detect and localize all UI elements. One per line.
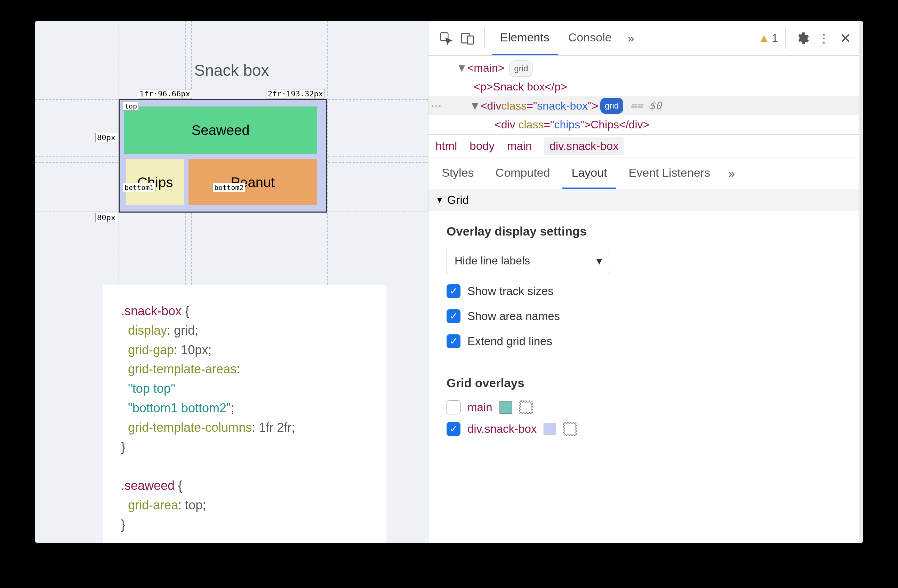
breadcrumb-main[interactable]: main [507, 140, 532, 153]
separator [484, 28, 485, 49]
checkbox-label: Extend grid lines [467, 335, 552, 348]
tab-console[interactable]: Console [560, 21, 620, 55]
grid-badge[interactable]: grid [509, 60, 532, 77]
snack-box-grid[interactable]: Seaweed Chips Peanut [118, 99, 327, 212]
grid-badge-active[interactable]: grid [600, 98, 623, 114]
selected-node-indicator: ⋯ [429, 96, 447, 115]
styles-tabstrip: Styles Computed Layout Event Listeners » [429, 158, 863, 189]
svg-rect-2 [467, 36, 474, 44]
overlay-area-label-top: top [123, 102, 139, 111]
overlay-area-label-bottom1: bottom1 [123, 183, 155, 192]
css-code-block: .snack-box { display: grid; grid-gap: 10… [103, 285, 386, 543]
warning-badge[interactable]: ▲ 1 [758, 31, 778, 45]
cell-peanut: Peanut [189, 159, 317, 205]
checkbox-icon: ✓ [447, 309, 460, 323]
overlay-track-label-row2: 80px [95, 213, 117, 222]
close-icon[interactable]: ✕ [836, 29, 855, 48]
breadcrumb-body[interactable]: body [469, 140, 495, 153]
line-labels-dropdown[interactable]: Hide line labels ▾ [447, 249, 610, 273]
checkbox-show-area-names[interactable]: ✓ Show area names [447, 309, 845, 323]
page-viewport: Snack box Seaweed Chips Peanut 1fr·96.66… [35, 21, 428, 543]
grid-accordion-header[interactable]: ▼ Grid [429, 189, 863, 211]
overlay-track-label-col2: 2fr·193.32px [266, 89, 325, 99]
overlay-element-label: main [467, 401, 492, 414]
chevron-down-icon: ▾ [597, 254, 602, 268]
more-tabs-icon[interactable]: » [622, 31, 640, 45]
grid-overlays-heading: Grid overlays [447, 376, 845, 390]
cell-seaweed: Seaweed [124, 106, 317, 154]
subtab-event-listeners[interactable]: Event Listeners [620, 158, 719, 189]
grid-overlays-section: Grid overlays main ✓ div.snack-box [429, 373, 863, 457]
highlight-icon[interactable] [563, 422, 577, 436]
devtools-window: Snack box Seaweed Chips Peanut 1fr·96.66… [35, 21, 863, 543]
chevron-down-icon: ▼ [435, 195, 444, 205]
cell-chips: Chips [126, 159, 185, 205]
dom-tree[interactable]: ▼<main> grid <p>Snack box</p> ⋯ ▼<div cl… [429, 56, 863, 134]
warning-count: 1 [772, 32, 778, 45]
overlay-settings-heading: Overlay display settings [447, 225, 845, 238]
dom-node-main[interactable]: ▼<main> grid [429, 58, 863, 77]
overlay-track-label-row1: 80px [95, 133, 117, 142]
breadcrumb-html[interactable]: html [435, 140, 457, 153]
devtools-panel: Elements Console » ▲ 1 ⋮ ✕ ▼<main> grid … [428, 21, 863, 543]
checkbox-extend-grid-lines[interactable]: ✓ Extend grid lines [447, 334, 845, 348]
device-toggle-icon[interactable] [458, 29, 477, 48]
breadcrumb-snack-box[interactable]: div.snack-box [544, 137, 623, 155]
checkbox-icon[interactable] [447, 400, 460, 414]
devtools-toolbar: Elements Console » ▲ 1 ⋮ ✕ [429, 21, 863, 56]
inspect-icon[interactable] [436, 29, 456, 48]
checkbox-label: Show track sizes [467, 285, 554, 298]
scrollbar[interactable] [859, 21, 863, 543]
overlay-element-label: div.snack-box [467, 422, 537, 436]
color-swatch[interactable] [544, 423, 556, 435]
subtab-styles[interactable]: Styles [433, 158, 483, 189]
color-swatch[interactable] [500, 401, 512, 414]
page-title: Snack box [35, 61, 428, 80]
dom-breadcrumb[interactable]: html body main div.snack-box [429, 134, 863, 158]
grid-overlay-item-main[interactable]: main [447, 400, 845, 414]
checkbox-icon: ✓ [447, 334, 460, 348]
kebab-menu-icon[interactable]: ⋮ [814, 29, 833, 48]
checkbox-label: Show area names [467, 309, 560, 323]
separator [785, 28, 786, 49]
warning-icon: ▲ [758, 31, 770, 45]
dropdown-value: Hide line labels [455, 254, 530, 267]
dom-node-snack-box[interactable]: ⋯ ▼<div class="snack-box"> grid == $0 [429, 96, 863, 115]
subtab-layout[interactable]: Layout [562, 158, 616, 189]
grid-overlay-item-snack-box[interactable]: ✓ div.snack-box [447, 422, 845, 436]
grid-accordion-label: Grid [447, 194, 469, 207]
overlay-track-label-col1: 1fr·96.66px [138, 89, 192, 99]
overlay-display-settings: Overlay display settings Hide line label… [429, 211, 863, 373]
highlight-icon[interactable] [519, 400, 533, 414]
snack-box-container: Seaweed Chips Peanut [118, 99, 327, 212]
tab-elements[interactable]: Elements [492, 21, 558, 55]
selected-node-ref: == $0 [630, 97, 661, 114]
dom-node-chips[interactable]: <div class="chips">Chips</div> [429, 115, 863, 134]
checkbox-icon[interactable]: ✓ [447, 422, 460, 436]
dom-node-p[interactable]: <p>Snack box</p> [429, 77, 863, 96]
checkbox-show-track-sizes[interactable]: ✓ Show track sizes [447, 284, 845, 298]
checkbox-icon: ✓ [447, 284, 460, 298]
overlay-area-label-bottom2: bottom2 [212, 183, 245, 192]
settings-icon[interactable] [793, 29, 812, 48]
more-subtabs-icon[interactable]: » [723, 167, 740, 180]
subtab-computed[interactable]: Computed [487, 158, 559, 189]
